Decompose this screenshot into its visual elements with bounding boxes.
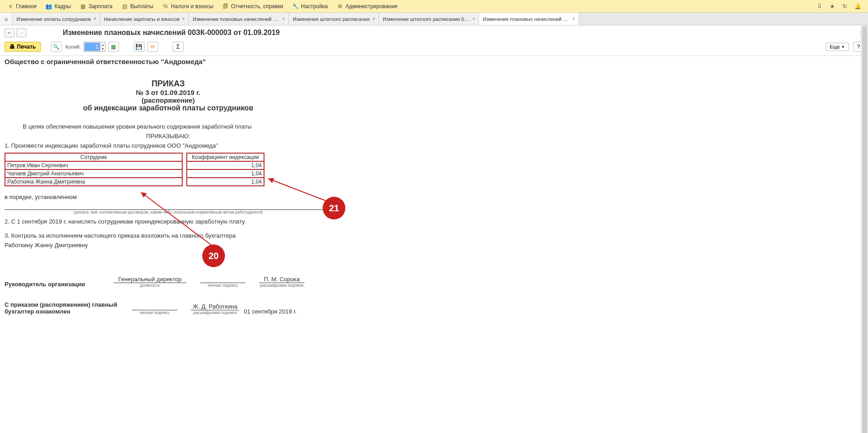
menu-main[interactable]: ≡Главное xyxy=(3,0,41,12)
doc-subtitle1: (распоряжение) xyxy=(5,96,332,104)
scrollbar-thumb[interactable] xyxy=(862,26,867,433)
print-button[interactable]: 🖶Печать xyxy=(5,42,41,52)
close-icon[interactable]: × xyxy=(94,16,96,21)
star-icon[interactable]: ★ xyxy=(828,2,836,10)
wrench-icon: 🔧 xyxy=(292,3,299,10)
excel-button[interactable]: ▦ xyxy=(108,42,119,52)
people-icon: 👥 xyxy=(46,3,52,10)
paragraph-1: 1. Произвести индексацию заработной плат… xyxy=(5,142,863,149)
apps-icon[interactable]: ⠿ xyxy=(815,2,823,10)
doc-icon: 🗐 xyxy=(222,3,229,10)
tab-2[interactable]: Начисление зарплаты и взносов× xyxy=(100,13,189,25)
sum-button[interactable]: Σ xyxy=(173,42,184,52)
menu-zarplata[interactable]: ▦Зарплата xyxy=(75,0,117,12)
menu-kadry[interactable]: 👥Кадры xyxy=(41,0,75,12)
magnify-icon: 🔍 xyxy=(53,44,60,50)
menu-otchet[interactable]: 🗐Отчетность, справки xyxy=(218,0,288,12)
employee-table: Сотрудник Коэффициент индексации Петров … xyxy=(5,153,264,186)
bell-icon[interactable]: 🔔 xyxy=(853,2,862,10)
copies-input[interactable]: 1 ▲▼ xyxy=(84,42,105,52)
more-button[interactable]: Еще▼ xyxy=(826,43,849,51)
mail-button[interactable]: ✉ xyxy=(147,42,158,52)
paragraph-2: 2. С 1 сентября 2019 г. начислять сотруд… xyxy=(5,218,863,225)
paragraph-3a: 3. Контроль за исполнением настоящего пр… xyxy=(5,232,863,239)
document-scroll[interactable]: Общество с ограниченной ответственностью… xyxy=(0,55,868,431)
spin-down[interactable]: ▼ xyxy=(100,47,105,51)
grid-icon: ▦ xyxy=(80,3,86,10)
annotation-badge-20: 20 xyxy=(202,244,225,267)
close-icon[interactable]: × xyxy=(572,16,575,21)
menu-admin[interactable]: ⚙Администрирование xyxy=(332,0,402,12)
table-row: Петров Иван Сергеевич 1,04 xyxy=(5,161,264,169)
sig2-date: 01 сентября 2019 г. xyxy=(244,308,296,315)
preview-button[interactable]: 🔍 xyxy=(51,42,62,52)
sig1-name: П. М. Сорока xyxy=(259,276,304,283)
annotation-badge-21: 21 xyxy=(323,197,345,219)
tab-4[interactable]: Изменения штатного расписания× xyxy=(289,13,379,25)
home-tab[interactable]: ⌂ xyxy=(0,13,13,25)
close-icon[interactable]: × xyxy=(182,16,185,21)
prikazyvayu: ПРИКАЗЫВАЮ: xyxy=(109,133,227,139)
close-icon[interactable]: × xyxy=(282,16,285,21)
menu-vyplaty[interactable]: ▤Выплаты xyxy=(117,0,158,12)
th-coefficient: Коэффициент индексации xyxy=(187,153,264,161)
list-icon: ▤ xyxy=(121,3,128,10)
tab-5[interactable]: Изменение штатного расписания 00ЗК-00000… xyxy=(379,13,479,25)
toolbar: 🖶Печать 🔍 Копий: 1 ▲▼ ▦ 💾 ✉ Σ Еще▼ ? xyxy=(0,40,868,55)
home-icon: ⌂ xyxy=(5,16,8,22)
note-hint: (указать чем: коллективным договором, ка… xyxy=(5,210,332,214)
table-row: Чапаев Дмитрий Анатольевич 1,04 xyxy=(5,169,264,178)
sig1-label: Руководитель организации xyxy=(5,281,100,288)
poradke-text: в порядке, установленном xyxy=(5,194,863,200)
close-icon[interactable]: × xyxy=(472,16,475,21)
tab-3[interactable]: Изменение плановых начислений 00ЗК-00000… xyxy=(189,13,289,25)
table-row: Работкина Жанна Дмитриевна 1,04 xyxy=(5,178,264,186)
menu-icon: ≡ xyxy=(7,3,14,10)
save-button[interactable]: 💾 xyxy=(134,42,145,52)
paragraph-3b: Работкину Жанну Дмитриевну xyxy=(5,242,863,249)
sig1-position: Генеральный директор xyxy=(114,276,186,283)
printer-icon: 🖶 xyxy=(10,44,15,50)
document-body: Общество с ограниченной ответственностью… xyxy=(0,56,868,347)
doc-number: № 3 от 01.09.2019 г. xyxy=(5,89,332,96)
close-icon[interactable]: × xyxy=(372,16,375,21)
vertical-scrollbar[interactable] xyxy=(861,25,868,433)
menu-nalogi[interactable]: %Налоги и взносы xyxy=(158,0,218,12)
tab-1[interactable]: Изменение оплаты сотрудников× xyxy=(13,13,100,25)
doc-header: ПРИКАЗ № 3 от 01.09.2019 г. (распоряжени… xyxy=(5,79,332,112)
menu-nastroika[interactable]: 🔧Настройка xyxy=(288,0,332,12)
history-icon[interactable]: ↻ xyxy=(841,2,849,10)
nav-forward-button[interactable]: → xyxy=(16,28,26,37)
page-title: Изменение плановых начислений 00ЗК-00000… xyxy=(63,29,280,37)
percent-icon: % xyxy=(162,3,169,10)
sig2-name: Ж. Д. Работкина xyxy=(191,303,239,310)
th-employee: Сотрудник xyxy=(5,153,182,161)
org-name: Общество с ограниченной ответственностью… xyxy=(5,58,863,65)
sig1-sign xyxy=(200,276,245,283)
doc-subtitle2: об индексации заработной платы сотрудник… xyxy=(5,104,332,112)
content-area: ← → Изменение плановых начислений 00ЗК-0… xyxy=(0,25,868,433)
chevron-down-icon: ▼ xyxy=(841,45,845,49)
tabs-bar: ⌂ Изменение оплаты сотрудников× Начислен… xyxy=(0,13,868,25)
tab-6-active[interactable]: Изменение плановых начислений 00ЗК-00000… xyxy=(479,13,579,25)
sig2-label: С приказом (распоряжением) главный бухга… xyxy=(5,301,118,315)
gear-icon: ⚙ xyxy=(337,3,343,10)
copies-label: Копий: xyxy=(65,44,81,50)
top-right-icons: ⠿ ★ ↻ 🔔 xyxy=(815,2,865,10)
intro-text: В целях обеспечения повышения уровня реа… xyxy=(23,123,863,130)
sig2-sign xyxy=(132,303,177,310)
spin-up[interactable]: ▲ xyxy=(100,43,105,47)
nav-back-button[interactable]: ← xyxy=(5,28,15,37)
doc-title: ПРИКАЗ xyxy=(5,79,332,89)
page-title-bar: ← → Изменение плановых начислений 00ЗК-0… xyxy=(0,25,868,40)
top-menu-bar: ≡Главное 👥Кадры ▦Зарплата ▤Выплаты %Нало… xyxy=(0,0,868,13)
signature-block: Руководитель организации Генеральный дир… xyxy=(5,276,863,315)
